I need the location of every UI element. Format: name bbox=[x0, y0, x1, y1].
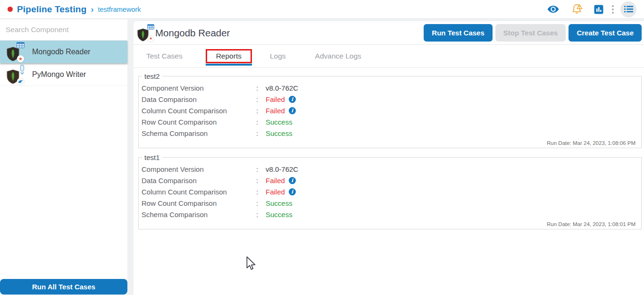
row-value: Failed bbox=[266, 95, 285, 103]
table-icon bbox=[17, 42, 25, 48]
run-date: Run Date: Mar 24, 2023, 1:08:01 PM bbox=[142, 220, 636, 227]
search-component-input[interactable] bbox=[6, 25, 122, 34]
info-icon[interactable]: i bbox=[289, 107, 296, 114]
table-icon bbox=[147, 24, 154, 30]
row-label: Component Version bbox=[142, 84, 256, 92]
action-buttons: Run Test Cases Stop Test Cases Create Te… bbox=[424, 24, 642, 42]
row-value: Failed bbox=[266, 177, 285, 185]
search-box bbox=[0, 19, 127, 41]
report-name: test1 bbox=[142, 153, 162, 161]
colon: : bbox=[256, 177, 266, 185]
pymongo-writer-icon bbox=[5, 65, 26, 84]
info-icon[interactable]: i bbox=[289, 96, 296, 103]
row-value: Failed bbox=[266, 188, 285, 196]
row-label: Data Comparison bbox=[142, 177, 256, 185]
report-card-test1: test1 Component Version : v8.0-762C Data… bbox=[138, 153, 642, 229]
report-row: Row Count Comparison : Success bbox=[142, 116, 636, 127]
tab-test-cases[interactable]: Test Cases bbox=[146, 52, 183, 60]
stop-test-cases-button[interactable]: Stop Test Cases bbox=[495, 24, 566, 42]
colon: : bbox=[256, 211, 266, 219]
top-bar: Pipeline Testing › testframework bbox=[0, 0, 644, 19]
page-title: Mongodb Reader bbox=[155, 27, 230, 39]
report-row: Column Count Comparison : Failedi bbox=[142, 186, 636, 197]
star-badge-icon: ★ bbox=[17, 55, 24, 62]
info-icon[interactable]: i bbox=[289, 177, 296, 184]
row-label: Column Count Comparison bbox=[142, 107, 256, 115]
report-row: Data Comparison : Failedi bbox=[142, 175, 636, 186]
report-name: test2 bbox=[142, 72, 162, 80]
colon: : bbox=[256, 118, 266, 126]
row-label: Schema Comparison bbox=[142, 211, 256, 219]
run-date: Run Date: Mar 24, 2023, 1:08:06 PM bbox=[142, 139, 636, 146]
component-label: PyMongo Writer bbox=[32, 70, 86, 79]
annotation-highlight-box: Reports bbox=[206, 49, 252, 63]
row-value: Success bbox=[266, 129, 293, 137]
active-tab-underline bbox=[206, 64, 252, 66]
row-label: Data Comparison bbox=[142, 95, 256, 103]
row-value: v8.0-762C bbox=[266, 84, 298, 92]
report-card-test2: test2 Component Version : v8.0-762C Data… bbox=[138, 72, 642, 148]
title-row: ★ Mongodb Reader Run Test Cases Stop Tes… bbox=[134, 21, 644, 45]
report-row: Component Version : v8.0-762C bbox=[142, 163, 636, 175]
report-row: Row Count Comparison : Success bbox=[142, 197, 636, 209]
bird-badge-icon bbox=[17, 78, 24, 85]
row-value: v8.0-762C bbox=[266, 165, 298, 173]
run-all-test-cases-button[interactable]: Run All Test Cases bbox=[0, 279, 127, 295]
report-row: Component Version : v8.0-762C bbox=[142, 82, 636, 93]
analytics-chart-icon[interactable] bbox=[594, 5, 603, 14]
row-value: Success bbox=[266, 211, 293, 219]
eye-icon[interactable] bbox=[547, 5, 560, 14]
tab-logs[interactable]: Logs bbox=[270, 52, 286, 60]
row-value: Success bbox=[266, 199, 293, 207]
row-value: Success bbox=[266, 118, 293, 126]
report-row: Schema Comparison : Success bbox=[142, 127, 636, 139]
row-label: Row Count Comparison bbox=[142, 199, 256, 207]
info-icon[interactable]: i bbox=[289, 188, 296, 195]
breadcrumb-chevron-icon: › bbox=[91, 5, 93, 14]
tabs-row: Test Cases Reports Logs Advance Logs bbox=[134, 45, 644, 68]
colon: : bbox=[256, 107, 266, 115]
reports-list: test2 Component Version : v8.0-762C Data… bbox=[134, 68, 644, 229]
mongodb-shield-icon bbox=[137, 28, 149, 42]
mongodb-reader-icon: ★ bbox=[137, 24, 155, 42]
sidebar-item-pymongo-writer[interactable]: PyMongo Writer bbox=[0, 63, 127, 86]
report-row: Schema Comparison : Success bbox=[142, 209, 636, 220]
component-sidebar: ★ Mongodb Reader PyMongo Writer Run All … bbox=[0, 19, 127, 295]
run-test-cases-button[interactable]: Run Test Cases bbox=[424, 24, 492, 42]
row-label: Column Count Comparison bbox=[142, 188, 256, 196]
row-value: Failed bbox=[266, 107, 285, 115]
colon: : bbox=[256, 129, 266, 137]
colon: : bbox=[256, 165, 266, 173]
colon: : bbox=[256, 84, 266, 92]
tab-reports[interactable]: Reports bbox=[216, 52, 242, 60]
mongodb-reader-icon: ★ bbox=[5, 42, 26, 62]
colon: : bbox=[256, 188, 266, 196]
breadcrumb-item[interactable]: testframework bbox=[98, 6, 141, 13]
sidebar-item-mongodb-reader[interactable]: ★ Mongodb Reader bbox=[0, 41, 127, 63]
colon: : bbox=[256, 199, 266, 207]
tab-advance-logs[interactable]: Advance Logs bbox=[315, 52, 361, 60]
menu-list-icon[interactable] bbox=[620, 1, 636, 17]
record-dot-icon bbox=[8, 7, 13, 12]
app-title: Pipeline Testing bbox=[17, 4, 86, 15]
row-label: Schema Comparison bbox=[142, 129, 256, 137]
star-badge-icon: ★ bbox=[148, 36, 154, 42]
report-row: Column Count Comparison : Failedi bbox=[142, 105, 636, 116]
kebab-menu-icon[interactable] bbox=[612, 5, 614, 14]
notification-bell-icon[interactable] bbox=[571, 3, 583, 15]
colon: : bbox=[256, 95, 266, 103]
main-panel: ★ Mongodb Reader Run Test Cases Stop Tes… bbox=[134, 21, 644, 295]
pen-icon bbox=[20, 65, 25, 75]
row-label: Component Version bbox=[142, 165, 256, 173]
report-row: Data Comparison : Failedi bbox=[142, 93, 636, 105]
row-label: Row Count Comparison bbox=[142, 118, 256, 126]
create-test-case-button[interactable]: Create Test Case bbox=[569, 24, 642, 42]
component-label: Mongodb Reader bbox=[32, 48, 91, 56]
